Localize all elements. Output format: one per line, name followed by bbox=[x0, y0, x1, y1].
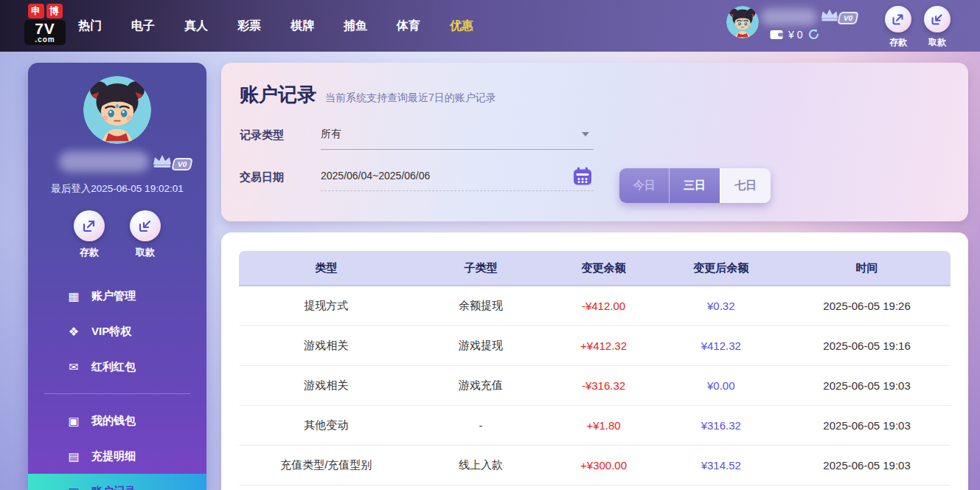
cell-type: 游戏相关 bbox=[239, 339, 413, 353]
nav-menu-item[interactable]: 真人 bbox=[180, 15, 212, 37]
menu-item-icon: ▦ bbox=[66, 289, 81, 303]
menu-item-icon: ✉ bbox=[66, 360, 81, 374]
table-body: 提现方式 余额提现 -¥412.00 ¥0.32 2025-06-05 19:2… bbox=[239, 286, 951, 486]
cell-type: 其他变动 bbox=[239, 418, 413, 432]
logo-badges: 申 博 bbox=[24, 4, 66, 18]
sidebar-menu-item[interactable]: ✉ 红利红包 bbox=[28, 349, 206, 384]
chevron-down-icon bbox=[582, 132, 589, 137]
date-range-value: 2025/06/04~2025/06/06 bbox=[321, 170, 430, 182]
filters-card: 账户记录 当前系统支持查询最近7日的账户记录 记录类型 所有 交易日期 2025… bbox=[221, 63, 968, 221]
cell-subtype: 余额提现 bbox=[413, 299, 548, 313]
cell-after-amount: ¥0.00 bbox=[658, 379, 783, 392]
nav-user-cluster: V0 ¥ 0 bbox=[724, 0, 872, 52]
menu-item-label: 红利红包 bbox=[91, 360, 136, 374]
nav-withdraw-button[interactable]: 取款 bbox=[921, 6, 953, 49]
logo-text: 7V bbox=[27, 21, 63, 36]
table-row: 游戏相关 游戏充值 -¥316.32 ¥0.00 2025-06-05 19:0… bbox=[239, 366, 951, 406]
date-range-row: 交易日期 2025/06/04~2025/06/06 bbox=[240, 169, 950, 191]
cell-subtype: 游戏提现 bbox=[413, 339, 548, 353]
nav-menu-item[interactable]: 棋牌 bbox=[286, 15, 319, 37]
sidebar-withdraw-button[interactable]: 取款 bbox=[127, 210, 164, 259]
date-range-input[interactable]: 2025/06/04~2025/06/06 bbox=[321, 169, 594, 191]
sidebar-menu-item[interactable]: ❖ VIP特权 bbox=[28, 314, 206, 349]
nav-menu-item[interactable]: 体育 bbox=[392, 15, 425, 37]
site-logo[interactable]: 申 博 7V .com bbox=[24, 4, 66, 45]
date-quick-range-group: 今日 三日 七日 bbox=[619, 168, 771, 203]
cell-time: 2025-06-05 19:03 bbox=[783, 459, 951, 472]
cell-subtype: - bbox=[413, 419, 548, 432]
sidebar-menu-item[interactable]: ▦ 账户管理 bbox=[28, 278, 206, 314]
quick-range-button[interactable]: 七日 bbox=[721, 168, 771, 203]
menu-item-label: 我的钱包 bbox=[91, 414, 136, 428]
sidebar-vip-crown-icon bbox=[150, 153, 174, 170]
table-row: 充值类型/充值型别 线上入款 +¥300.00 ¥314.52 2025-06-… bbox=[239, 446, 951, 486]
user-avatar[interactable] bbox=[726, 6, 759, 38]
menu-item-label: 账户记录 bbox=[91, 485, 136, 490]
nav-deposit-button[interactable]: 存款 bbox=[882, 6, 914, 49]
cell-time: 2025-06-05 19:16 bbox=[783, 339, 951, 352]
sidebar-withdraw-label: 取款 bbox=[127, 246, 164, 259]
nav-menu-item[interactable]: 热门 bbox=[74, 15, 106, 37]
sidebar-deposit-label: 存款 bbox=[71, 246, 108, 259]
withdraw-arrow-icon bbox=[130, 210, 161, 241]
cell-after-amount: ¥0.32 bbox=[658, 300, 783, 312]
table-row: 提现方式 余额提现 -¥412.00 ¥0.32 2025-06-05 19:2… bbox=[239, 286, 951, 326]
sidebar-menu-item[interactable]: ▣ 我的钱包 bbox=[28, 403, 206, 438]
cell-after-amount: ¥412.32 bbox=[658, 339, 783, 352]
sidebar-menu-item[interactable]: ▤ 充提明细 bbox=[28, 438, 206, 474]
sidebar: V0 最后登入2025-06-05 19:02:01 存款 取款 ▦ 账户管理 bbox=[28, 63, 206, 490]
cell-subtype: 线上入款 bbox=[413, 458, 548, 472]
nav-menu-item[interactable]: 彩票 bbox=[233, 15, 265, 37]
vip-level-badge: V0 bbox=[837, 12, 859, 24]
cell-change-amount: +¥412.32 bbox=[549, 339, 659, 352]
logo-box: 7V .com bbox=[24, 20, 66, 45]
balance-row: ¥ 0 bbox=[770, 28, 820, 41]
cell-subtype: 游戏充值 bbox=[413, 379, 548, 393]
table-header-change: 变更余额 bbox=[549, 261, 659, 275]
nav-menu: 热门 电子 真人 彩票 棋牌 捕鱼 体育 优惠 bbox=[74, 0, 478, 52]
sidebar-deposit-button[interactable]: 存款 bbox=[71, 210, 108, 259]
logo-badge-right: 博 bbox=[46, 4, 63, 18]
wallet-icon bbox=[770, 29, 783, 40]
nav-menu-item[interactable]: 捕鱼 bbox=[339, 15, 372, 37]
page-subtitle: 当前系统支持查询最近7日的账户记录 bbox=[325, 92, 496, 108]
table-row: 其他变动 - +¥1.80 ¥316.32 2025-06-05 19:03 bbox=[239, 406, 951, 446]
menu-item-label: 充提明细 bbox=[91, 449, 136, 463]
title-row: 账户记录 当前系统支持查询最近7日的账户记录 bbox=[240, 82, 950, 108]
cell-change-amount: +¥1.80 bbox=[549, 419, 659, 432]
menu-item-label: 账户管理 bbox=[91, 289, 136, 303]
balance-amount: ¥ 0 bbox=[788, 29, 802, 41]
date-range-label: 交易日期 bbox=[240, 169, 321, 184]
cell-after-amount: ¥316.32 bbox=[658, 419, 783, 432]
calendar-icon[interactable] bbox=[573, 167, 592, 188]
records-table-card: 类型 子类型 变更余额 变更后余额 时间 提现方式 余额提现 -¥412.00 … bbox=[221, 232, 968, 490]
table-header-time: 时间 bbox=[783, 261, 951, 275]
record-type-label: 记录类型 bbox=[240, 127, 321, 142]
menu-item-label: VIP特权 bbox=[91, 325, 131, 339]
record-type-select[interactable]: 所有 bbox=[321, 127, 594, 150]
deposit-arrow-icon bbox=[885, 6, 911, 32]
cell-change-amount: +¥300.00 bbox=[549, 459, 659, 472]
quick-range-button[interactable]: 三日 bbox=[670, 168, 720, 203]
cell-time: 2025-06-05 19:03 bbox=[783, 379, 951, 392]
page-title: 账户记录 bbox=[240, 82, 316, 108]
sidebar-name-row: V0 bbox=[28, 150, 206, 175]
sidebar-avatar bbox=[83, 76, 151, 144]
nav-withdraw-label: 取款 bbox=[921, 36, 953, 49]
refresh-icon[interactable] bbox=[807, 28, 820, 41]
sidebar-quick-actions: 存款 取款 bbox=[28, 210, 206, 259]
cell-type: 充值类型/充值型别 bbox=[239, 458, 413, 472]
withdraw-arrow-icon bbox=[924, 6, 951, 32]
nav-menu-item[interactable]: 电子 bbox=[127, 15, 159, 37]
table-row: 游戏相关 游戏提现 +¥412.32 ¥412.32 2025-06-05 19… bbox=[239, 326, 951, 366]
record-type-row: 记录类型 所有 bbox=[240, 127, 950, 150]
logo-suffix: .com bbox=[27, 36, 63, 43]
nav-deposit-label: 存款 bbox=[882, 36, 914, 49]
cell-time: 2025-06-05 19:26 bbox=[783, 300, 951, 312]
nav-menu-item[interactable]: 优惠 bbox=[445, 15, 478, 37]
table-header-subtype: 子类型 bbox=[413, 261, 548, 275]
sidebar-username-blurred bbox=[59, 151, 149, 172]
quick-range-button[interactable]: 今日 bbox=[619, 168, 670, 203]
sidebar-menu-item[interactable]: ▥ 账户记录 bbox=[28, 474, 206, 490]
table-header-type: 类型 bbox=[239, 261, 413, 275]
